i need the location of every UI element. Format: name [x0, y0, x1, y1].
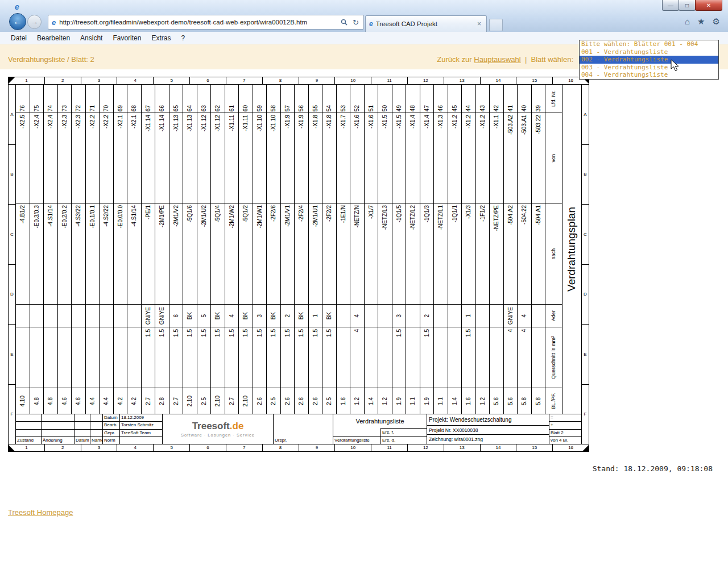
menu-item-ansicht[interactable]: Ansicht — [75, 34, 107, 42]
blpf-value: 2.6 — [257, 397, 263, 405]
lfd-nr-value-cell: 57 — [281, 85, 295, 113]
querschnitt-value: 1.5 — [284, 329, 291, 337]
ruler-col-label: 12 — [408, 444, 444, 451]
von-value: -X1.12 — [201, 115, 207, 131]
revision-cell — [42, 422, 75, 429]
nach-value: -X1/7 — [368, 205, 374, 219]
von-value-cell: -X1.2 — [476, 113, 490, 203]
von-value-cell: -503.A2 — [504, 113, 518, 203]
dropdown-option[interactable]: Bitte wählen: Blätter 001 - 004 — [580, 40, 718, 48]
nach-value: -NETZ/L2 — [410, 205, 416, 230]
ruler-col-label: 14 — [481, 77, 517, 84]
lfd-nr-value: 42 — [493, 105, 499, 111]
blpf-value-cell: 2.5 — [197, 388, 211, 414]
ader-value-cell: 4 — [518, 305, 531, 327]
dropdown-option[interactable]: 002 - Verdrahtungsliste — [580, 56, 718, 64]
nach-value: -NETZ/N — [354, 205, 360, 227]
menu-item-datei[interactable]: Datei — [6, 34, 32, 42]
ruler-col-label: 6 — [190, 77, 226, 84]
querschnitt-value: 1.5 — [270, 329, 276, 337]
lfd-nr-value-cell: 60 — [239, 85, 253, 113]
nach-value-cell: -PE/1 — [142, 203, 155, 305]
treesoft-homepage-link[interactable]: Treesoft Homepage — [8, 508, 73, 517]
aenderung-label: Änderung — [42, 437, 75, 444]
blpf-value: 2.6 — [312, 397, 318, 405]
querschnitt-value-cell: 1.5 — [281, 327, 295, 388]
tools-gear-icon[interactable]: ⚙ — [713, 16, 720, 27]
dropdown-option[interactable]: 003 - Verdrahtungsliste — [580, 64, 718, 72]
address-bar[interactable]: e http://treesoft.org/fileadmin/webexpor… — [48, 15, 364, 30]
sheet-dropdown[interactable]: Bitte wählen: Blätter 001 - 004001 - Ver… — [579, 40, 719, 80]
tab-close-icon[interactable]: × — [475, 20, 483, 28]
sheet-count: von 4 Bl. — [549, 437, 581, 444]
back-arrow-icon: ← — [13, 16, 22, 27]
nach-value: -504.A2 — [507, 205, 514, 225]
forward-button[interactable]: → — [27, 15, 42, 29]
ruler-row-label: C — [9, 205, 15, 265]
ader-value: 1 — [465, 314, 471, 318]
corner-mark — [582, 445, 589, 451]
wiring-column: 64-X1.13-5Q1/6BK1.52.10 — [183, 85, 197, 414]
blpf-value: 2.5 — [326, 397, 332, 405]
wiring-column: 48-X1.4-NETZ/L21.1 — [406, 85, 420, 414]
page-favicon-icon: e — [52, 18, 56, 27]
meta-eq: = — [549, 414, 581, 422]
nach-value: -4.B1/2 — [19, 205, 26, 223]
sheet-number: Blatt 2 — [549, 430, 581, 437]
ader-value-cell: 1 — [309, 305, 322, 327]
lfd-nr-value: 75 — [34, 105, 40, 111]
dropdown-option[interactable]: 004 - Verdrahtungsliste — [580, 71, 718, 79]
search-icon[interactable] — [341, 19, 348, 26]
ruler-col-label: 10 — [335, 77, 371, 84]
page-title: Verdrahtungsliste / Blatt: 2 — [8, 55, 94, 64]
querschnitt-value: 1.5 — [201, 329, 207, 337]
blpf-value-cell: 1.2 — [476, 388, 490, 414]
wiring-column: 76-X2.5-4.B1/24.10 — [16, 85, 30, 414]
blpf-value: 4.10 — [19, 396, 26, 406]
menu-item-extras[interactable]: Extras — [146, 34, 176, 42]
minimize-button[interactable]: — — [662, 0, 679, 11]
ruler-row-label: E — [9, 325, 15, 385]
back-button[interactable]: ← — [9, 13, 26, 30]
wiring-column: 66-X1.14-2M1/PEGN/YE1.52.8 — [155, 85, 169, 414]
blpf-value-cell: 2.6 — [253, 388, 267, 414]
lfd-nr-value-cell: 63 — [197, 85, 211, 113]
tab-treesoft-cad-projekt[interactable]: e Treesoft CAD Projekt × — [365, 15, 487, 32]
menu-item-favoriten[interactable]: Favoriten — [107, 34, 146, 42]
blpf-value-cell: 1.9 — [420, 388, 434, 414]
hauptauswahl-link[interactable]: Hauptauswahl — [474, 55, 520, 64]
row-label-cell: Querschnitt in mm² — [545, 327, 562, 388]
querschnitt-value: 1.5 — [229, 329, 235, 337]
ader-value-cell — [434, 305, 448, 327]
von-value-cell: -X1.10 — [267, 113, 280, 203]
lfd-nr-value-cell: 45 — [448, 85, 462, 113]
querschnitt-value-cell — [86, 327, 100, 388]
close-window-button[interactable]: ✕ — [695, 0, 722, 11]
favorites-star-icon[interactable]: ★ — [697, 16, 705, 27]
sheet-meta-section: = + Blatt 2 von 4 Bl. — [549, 414, 581, 444]
home-icon[interactable]: ⌂ — [685, 16, 690, 27]
refresh-icon[interactable]: ↻ — [353, 18, 359, 27]
menu-item-bearbeiten[interactable]: Bearbeiten — [32, 34, 75, 42]
wiring-column: 73-X2.3-E0.2/0.24.6 — [58, 85, 72, 414]
querschnitt-value: 1.5 — [396, 329, 402, 337]
von-value-cell: -X1.2 — [462, 113, 475, 203]
blpf-value-cell: 1.2 — [350, 388, 364, 414]
lfd-nr-value-cell: 74 — [44, 85, 57, 113]
dropdown-option[interactable]: 001 - Verdrahtungsliste — [580, 48, 718, 56]
von-value-cell: -X1.11 — [239, 113, 253, 203]
row-label: BL./PF. — [551, 393, 557, 409]
ader-value: 3 — [396, 314, 402, 318]
new-tab-button[interactable] — [489, 19, 503, 31]
wiring-column: 74-X2.4-4.S1/144.8 — [44, 85, 58, 414]
blpf-value-cell: 2.6 — [295, 388, 308, 414]
ader-value-cell: 2 — [281, 305, 295, 327]
maximize-button[interactable]: □ — [679, 0, 696, 11]
ader-value: 2 — [424, 314, 430, 318]
ader-value: BK — [270, 312, 276, 319]
menu-item-help[interactable]: ? — [176, 34, 190, 42]
ader-value: BK — [326, 312, 332, 319]
nach-value: -NETZ/L1 — [437, 205, 444, 230]
status-timestamp: Stand: 18.12.2009, 09:18:08 — [593, 464, 713, 473]
von-value: -X2.3 — [61, 115, 68, 128]
